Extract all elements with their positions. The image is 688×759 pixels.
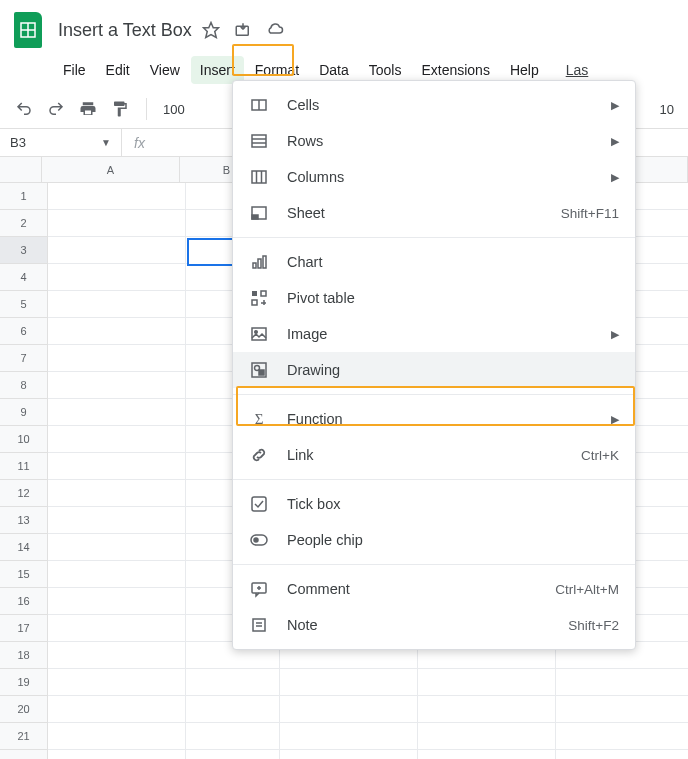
cell[interactable] (48, 534, 186, 561)
row-header[interactable]: 11 (0, 453, 48, 480)
cell[interactable] (48, 210, 186, 237)
row-header[interactable]: 17 (0, 615, 48, 642)
cell[interactable] (418, 696, 556, 723)
menu-item-link[interactable]: LinkCtrl+K (233, 437, 635, 473)
sheets-logo[interactable] (8, 10, 48, 50)
cell[interactable] (48, 750, 186, 759)
cell[interactable] (48, 507, 186, 534)
cell[interactable] (48, 561, 186, 588)
row-header[interactable]: 7 (0, 345, 48, 372)
cell[interactable] (418, 669, 556, 696)
cell[interactable] (186, 669, 280, 696)
cell[interactable] (48, 426, 186, 453)
name-box[interactable]: B3 ▼ (0, 129, 122, 156)
cell[interactable] (556, 669, 688, 696)
svg-rect-15 (253, 263, 256, 268)
cell[interactable] (48, 615, 186, 642)
menu-item-people-chip[interactable]: People chip (233, 522, 635, 558)
row-header[interactable]: 10 (0, 426, 48, 453)
row-header[interactable]: 22 (0, 750, 48, 759)
menu-item-drawing[interactable]: Drawing (233, 352, 635, 388)
paint-format-icon[interactable] (110, 99, 130, 119)
row-header[interactable]: 18 (0, 642, 48, 669)
menu-item-tick-box[interactable]: Tick box (233, 486, 635, 522)
name-box-value: B3 (10, 135, 26, 150)
row-header[interactable]: 3 (0, 237, 48, 264)
print-icon[interactable] (78, 99, 98, 119)
people-chip-icon (249, 530, 269, 550)
zoom-value[interactable]: 100 (163, 102, 185, 117)
cell[interactable] (48, 264, 186, 291)
cell[interactable] (280, 669, 418, 696)
row-header[interactable]: 4 (0, 264, 48, 291)
row-header[interactable]: 2 (0, 210, 48, 237)
cell[interactable] (280, 696, 418, 723)
cell[interactable] (48, 669, 186, 696)
row-header[interactable]: 13 (0, 507, 48, 534)
menu-item-label: Comment (287, 581, 537, 597)
row-header[interactable]: 8 (0, 372, 48, 399)
menu-item-rows[interactable]: Rows▶ (233, 123, 635, 159)
cell[interactable] (48, 318, 186, 345)
cell[interactable] (48, 588, 186, 615)
row-header[interactable]: 14 (0, 534, 48, 561)
column-header-a[interactable]: A (42, 157, 180, 183)
row-header[interactable]: 15 (0, 561, 48, 588)
last-edit-link[interactable]: Las (566, 62, 589, 78)
cell[interactable] (48, 642, 186, 669)
cell[interactable] (418, 750, 556, 759)
menu-item-comment[interactable]: CommentCtrl+Alt+M (233, 571, 635, 607)
row-header[interactable]: 9 (0, 399, 48, 426)
cell[interactable] (48, 723, 186, 750)
row-header[interactable]: 5 (0, 291, 48, 318)
cell[interactable] (48, 399, 186, 426)
row-header[interactable]: 21 (0, 723, 48, 750)
cell[interactable] (186, 696, 280, 723)
menu-item-chart[interactable]: Chart (233, 244, 635, 280)
move-icon[interactable] (234, 21, 252, 39)
cloud-status-icon[interactable] (266, 21, 284, 39)
menu-shortcut: Ctrl+Alt+M (555, 582, 619, 597)
cell[interactable] (556, 750, 688, 759)
document-title[interactable]: Insert a Text Box (58, 20, 192, 41)
row-header[interactable]: 19 (0, 669, 48, 696)
menu-edit[interactable]: Edit (97, 56, 139, 84)
redo-icon[interactable] (46, 99, 66, 119)
cell[interactable] (48, 183, 186, 210)
cell[interactable] (280, 750, 418, 759)
cell[interactable] (48, 345, 186, 372)
cell[interactable] (48, 291, 186, 318)
cell[interactable] (48, 372, 186, 399)
star-icon[interactable] (202, 21, 220, 39)
row-header[interactable]: 1 (0, 183, 48, 210)
svg-rect-7 (252, 135, 266, 147)
cell[interactable] (186, 750, 280, 759)
cell[interactable] (556, 723, 688, 750)
cell[interactable] (48, 480, 186, 507)
menu-item-sheet[interactable]: SheetShift+F11 (233, 195, 635, 231)
row-header[interactable]: 12 (0, 480, 48, 507)
menu-item-pivot-table[interactable]: Pivot table (233, 280, 635, 316)
select-all-corner[interactable] (0, 157, 42, 183)
cell[interactable] (48, 453, 186, 480)
cell[interactable] (186, 723, 280, 750)
menu-item-label: Image (287, 326, 593, 342)
cell[interactable] (418, 723, 556, 750)
cell[interactable] (556, 696, 688, 723)
row-header[interactable]: 6 (0, 318, 48, 345)
cell[interactable] (280, 723, 418, 750)
menu-item-columns[interactable]: Columns▶ (233, 159, 635, 195)
cell[interactable] (48, 696, 186, 723)
menu-item-cells[interactable]: Cells▶ (233, 87, 635, 123)
row-header[interactable]: 16 (0, 588, 48, 615)
row-header[interactable]: 20 (0, 696, 48, 723)
svg-rect-10 (252, 171, 266, 183)
menu-view[interactable]: View (141, 56, 189, 84)
undo-icon[interactable] (14, 99, 34, 119)
menu-item-function[interactable]: ΣFunction▶ (233, 401, 635, 437)
menu-file[interactable]: File (54, 56, 95, 84)
font-size-value[interactable]: 10 (656, 102, 674, 117)
cell[interactable] (48, 237, 186, 264)
menu-item-note[interactable]: NoteShift+F2 (233, 607, 635, 643)
menu-item-image[interactable]: Image▶ (233, 316, 635, 352)
